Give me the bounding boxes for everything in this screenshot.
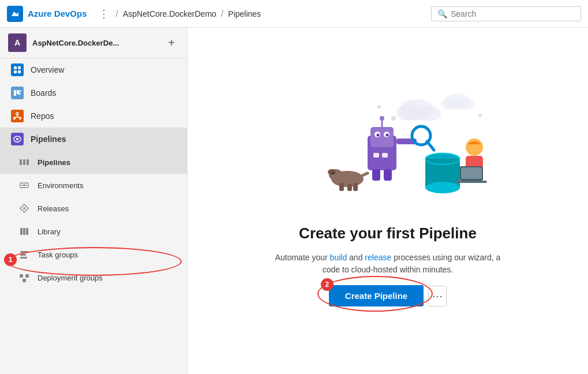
svg-point-61 <box>425 182 460 193</box>
project-avatar: A <box>8 33 27 52</box>
svg-line-55 <box>359 173 368 177</box>
svg-rect-58 <box>353 183 358 191</box>
sidebar-item-pipelines-header[interactable]: Pipelines <box>0 128 187 151</box>
sidebar-item-pipelines-sub[interactable]: Pipelines <box>0 151 187 174</box>
taskgroups-label: Task groups <box>38 250 78 259</box>
svg-point-31 <box>441 98 459 110</box>
project-name[interactable]: AspNetCore.DockerDe... <box>32 39 158 47</box>
boards-icon <box>11 87 24 99</box>
svg-rect-13 <box>23 159 25 165</box>
svg-rect-19 <box>23 228 25 235</box>
sidebar-item-environments[interactable]: Environments <box>0 174 187 197</box>
svg-point-63 <box>466 139 483 156</box>
sidebar-header: A AspNetCore.DockerDe... + <box>0 28 187 58</box>
svg-point-32 <box>456 99 475 110</box>
overview-icon <box>11 63 24 76</box>
breadcrumb-sep-2: / <box>221 9 223 19</box>
sidebar: A AspNetCore.DockerDe... + Overview <box>0 28 188 374</box>
svg-rect-4 <box>18 70 21 73</box>
pipeline-title: Create your first Pipeline <box>299 225 477 242</box>
overview-label: Overview <box>31 65 64 74</box>
svg-rect-25 <box>25 274 29 278</box>
svg-rect-68 <box>461 167 482 179</box>
sidebar-item-taskgroups[interactable]: Task groups <box>0 243 187 266</box>
svg-rect-23 <box>20 257 27 259</box>
svg-point-9 <box>14 118 16 119</box>
svg-rect-1 <box>14 66 17 69</box>
btn-row: 2 Create Pipeline ⋯ <box>329 285 447 306</box>
svg-point-53 <box>328 169 336 175</box>
create-pipeline-panel: Create your first Pipeline Automate your… <box>275 84 501 306</box>
svg-point-33 <box>391 116 396 121</box>
breadcrumb-section: Pipelines <box>228 9 261 18</box>
boards-label: Boards <box>31 88 56 98</box>
svg-rect-18 <box>20 228 23 235</box>
svg-point-11 <box>16 138 18 140</box>
svg-point-10 <box>20 118 21 119</box>
svg-point-40 <box>377 134 380 137</box>
sidebar-item-overview[interactable]: Overview <box>0 58 187 81</box>
pipelines-header-label: Pipelines <box>31 134 66 144</box>
search-box[interactable]: 🔍 <box>431 6 581 21</box>
svg-rect-56 <box>339 183 344 191</box>
svg-rect-12 <box>20 159 22 165</box>
svg-rect-14 <box>27 159 29 165</box>
pipeline-illustration <box>278 84 497 211</box>
svg-rect-48 <box>382 153 388 158</box>
svg-rect-7 <box>20 90 21 92</box>
svg-point-16 <box>24 185 25 186</box>
azure-devops-logo[interactable] <box>7 6 23 22</box>
svg-point-35 <box>377 105 381 109</box>
sidebar-item-releases[interactable]: Releases <box>0 197 187 220</box>
main-layout: A AspNetCore.DockerDe... + Overview <box>0 28 588 374</box>
more-options-button[interactable]: ⋯ <box>428 286 447 306</box>
highlight-release: release <box>365 253 391 262</box>
svg-rect-49 <box>372 169 380 181</box>
svg-rect-26 <box>23 279 26 282</box>
library-label: Library <box>38 227 61 236</box>
topbar: Azure DevOps ⋮ / AspNetCore.DockerDemo /… <box>0 0 588 28</box>
annotation-badge-2: 2 <box>321 278 334 291</box>
pipeline-desc-part2: code to cloud-hosted within minutes. <box>323 265 453 274</box>
svg-point-8 <box>16 113 18 115</box>
svg-rect-20 <box>26 228 28 235</box>
svg-rect-21 <box>20 251 28 253</box>
highlight-build: build <box>330 253 347 262</box>
svg-rect-3 <box>14 70 17 73</box>
library-icon <box>18 225 31 238</box>
brand-name[interactable]: Azure DevOps <box>28 9 87 18</box>
releases-icon <box>18 202 31 215</box>
sidebar-item-repos[interactable]: Repos <box>0 104 187 128</box>
pipelines-main-icon <box>11 133 24 145</box>
svg-rect-57 <box>347 184 352 191</box>
search-input[interactable] <box>451 9 575 18</box>
main-content: Create your first Pipeline Automate your… <box>188 28 588 374</box>
pipelines-sub-icon <box>18 156 31 169</box>
svg-rect-22 <box>20 254 26 256</box>
breadcrumb-project[interactable]: AspNetCore.DockerDemo <box>123 9 216 18</box>
svg-rect-2 <box>18 66 21 69</box>
deploymentgroups-icon <box>18 271 31 284</box>
svg-point-41 <box>386 134 389 137</box>
svg-point-34 <box>478 114 482 117</box>
pipeline-description: Automate your build and release processe… <box>275 252 501 276</box>
search-icon: 🔍 <box>437 9 447 18</box>
breadcrumb-sep-1: / <box>116 9 118 19</box>
svg-rect-24 <box>20 274 23 278</box>
releases-label: Releases <box>38 204 69 213</box>
sidebar-item-deploymentgroups[interactable]: Deployment groups <box>0 266 187 289</box>
annotation-badge-1: 1 <box>4 253 17 266</box>
repos-label: Repos <box>31 111 54 121</box>
environments-label: Environments <box>38 181 83 190</box>
environments-icon <box>18 179 31 192</box>
project-initial: A <box>14 38 20 47</box>
sidebar-item-library[interactable]: Library <box>0 220 187 243</box>
sidebar-item-boards[interactable]: Boards <box>0 81 187 104</box>
topbar-more-icon[interactable]: ⋮ <box>99 8 109 20</box>
svg-point-54 <box>332 172 334 174</box>
svg-point-43 <box>380 116 384 121</box>
svg-rect-5 <box>14 90 16 96</box>
create-pipeline-button[interactable]: Create Pipeline <box>329 285 424 306</box>
svg-rect-69 <box>456 181 487 183</box>
add-project-button[interactable]: + <box>164 35 179 50</box>
